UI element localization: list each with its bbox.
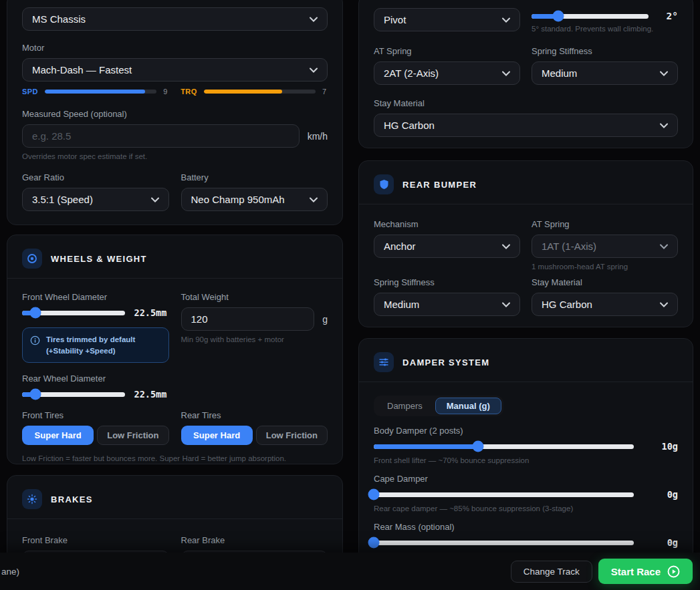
body-damper-label: Body Damper (2 posts) [374,426,678,436]
damper-mode-tabs: Dampers Manual (g) [374,396,503,416]
rear-at-spring-help: 1 mushroom-head AT spring [532,263,678,271]
rear-wheel-slider-thumb[interactable] [29,389,41,400]
front-stay-select[interactable]: HG Carbon [374,114,678,137]
front-at-spring-select-value: 2AT (2-Axis) [384,67,497,79]
front-wheel-slider-thumb[interactable] [29,307,41,319]
cape-damper-label: Cape Damper [374,474,678,484]
front-angle-help: 5° standard. Prevents wall climbing. [532,25,678,33]
front-at-spring-select[interactable]: 2AT (2-Axis) [374,61,520,85]
front-wheel-slider[interactable] [22,311,125,315]
speed-unit-label: km/h [308,131,328,142]
track-name-clipped: ane) [1,567,19,577]
trq-label: TRQ [181,88,197,96]
rear-stiffness-select[interactable]: Medium [374,293,520,316]
front-mechanism-select-value: Pivot [384,14,497,25]
chevron-down-icon [502,302,510,307]
gear-ratio-select-value: 3.5:1 (Speed) [32,194,146,205]
battery-label: Battery [181,172,328,182]
rear-mechanism-select[interactable]: Anchor [374,235,520,258]
rear-wheel-slider[interactable] [22,392,125,397]
weight-unit-label: g [322,314,328,325]
cape-damper-slider[interactable] [374,492,634,497]
cape-damper-slider-thumb[interactable] [368,489,380,500]
race-setup-screen: MS Chassis Motor Mach-Dash — Fastest SPD… [0,0,700,590]
play-circle-icon [667,565,680,578]
chassis-select-value: MS Chassis [32,13,304,25]
chevron-down-icon [660,123,668,128]
chevron-down-icon [502,17,510,23]
total-weight-help: Min 90g with batteries + motor [181,335,328,343]
start-race-button[interactable]: Start Race [598,559,693,584]
shield-icon [374,174,394,194]
spd-bar [45,90,156,94]
chevron-down-icon [502,71,510,76]
front-mechanism-select[interactable]: Pivot [374,8,520,31]
rear-at-spring-label: AT Spring [532,219,678,229]
rear-brake-label: Rear Brake [181,535,328,545]
motor-select[interactable]: Mach-Dash — Fastest [22,58,328,82]
measured-speed-input[interactable] [22,124,300,148]
gear-ratio-label: Gear Ratio [22,172,169,182]
rear-stay-label: Stay Material [532,277,678,287]
front-stiffness-select-value: Medium [542,67,655,79]
total-weight-input[interactable] [181,307,315,331]
tires-help: Low Friction = faster but bounces more. … [22,454,328,462]
drivetrain-panel: MS Chassis Motor Mach-Dash — Fastest SPD… [7,0,343,225]
front-wheel-label: Front Wheel Diameter [22,292,169,302]
change-track-button[interactable]: Change Track [511,561,592,583]
body-damper-slider-thumb[interactable] [472,441,483,452]
body-damper-help: Front shell lifter — ~70% bounce suppres… [374,456,678,464]
chassis-select[interactable]: MS Chassis [22,7,328,31]
trq-value: 7 [322,88,328,96]
panel-title: WHEELS & WEIGHT [51,254,147,264]
sliders-icon [374,352,394,372]
front-angle-value: 2° [658,11,678,21]
damper-system-panel: DAMPER SYSTEM Dampers Manual (g) Body Da… [358,338,693,579]
tires-trimmed-note: Tires trimmed by default (+Stability +Sp… [22,327,169,363]
rear-stay-select[interactable]: HG Carbon [532,293,678,316]
front-angle-slider[interactable] [532,14,649,19]
rear-mechanism-label: Mechanism [374,219,520,229]
trq-bar [204,90,316,94]
front-stiffness-select[interactable]: Medium [532,61,678,85]
rear-wheel-label: Rear Wheel Diameter [22,374,169,384]
rear-mass-label: Rear Mass (optional) [374,522,678,532]
rear-mass-slider[interactable] [374,541,634,545]
footer-bar: ane) Change Track Start Race [0,553,700,590]
body-damper-value: 10g [643,441,678,452]
spd-label: SPD [22,88,38,96]
motor-label: Motor [22,43,328,53]
front-tire-low-friction-button[interactable]: Low Friction [97,426,168,445]
panel-title: BRAKES [51,494,93,504]
rear-stay-select-value: HG Carbon [542,299,655,310]
rear-mass-slider-thumb[interactable] [368,537,380,549]
battery-select[interactable]: Neo Champ 950mAh [181,188,328,211]
rear-tire-super-hard-button[interactable]: Super Hard [181,426,253,445]
cape-damper-help: Rear cape damper — ~85% bounce suppressi… [374,504,678,512]
measured-speed-help: Overrides motor spec estimate if set. [22,152,328,160]
front-tires-label: Front Tires [22,410,169,420]
rear-mechanism-select-value: Anchor [384,241,497,252]
rear-at-spring-select[interactable]: 1AT (1-Axis) [532,235,678,258]
front-stay-label: Stay Material [374,98,678,108]
tab-dampers[interactable]: Dampers [376,398,434,414]
front-angle-slider-thumb[interactable] [553,11,564,22]
rear-wheel-value: 22.5mm [134,389,169,400]
total-weight-label: Total Weight [181,292,328,302]
front-stay-select-value: HG Carbon [384,120,655,131]
rear-tire-low-friction-button[interactable]: Low Friction [256,426,328,445]
front-tire-super-hard-button[interactable]: Super Hard [22,426,94,445]
battery-select-value: Neo Champ 950mAh [191,194,305,205]
tab-manual-g[interactable]: Manual (g) [435,398,501,414]
brake-disc-icon [22,489,42,509]
tires-trimmed-text: Tires trimmed by default (+Stability +Sp… [46,334,161,356]
chevron-down-icon [310,17,318,22]
front-stiffness-label: Spring Stiffness [532,46,678,56]
info-icon [30,335,40,345]
measured-speed-label: Measured Speed (optional) [22,109,328,119]
wheels-weight-panel: WHEELS & WEIGHT Front Wheel Diameter 22.… [7,235,343,464]
body-damper-slider[interactable] [374,444,634,449]
motor-stat-bars: SPD 9 TRQ 7 [22,88,328,96]
gear-ratio-select[interactable]: 3.5:1 (Speed) [22,188,169,211]
cape-damper-value: 0g [643,489,678,500]
